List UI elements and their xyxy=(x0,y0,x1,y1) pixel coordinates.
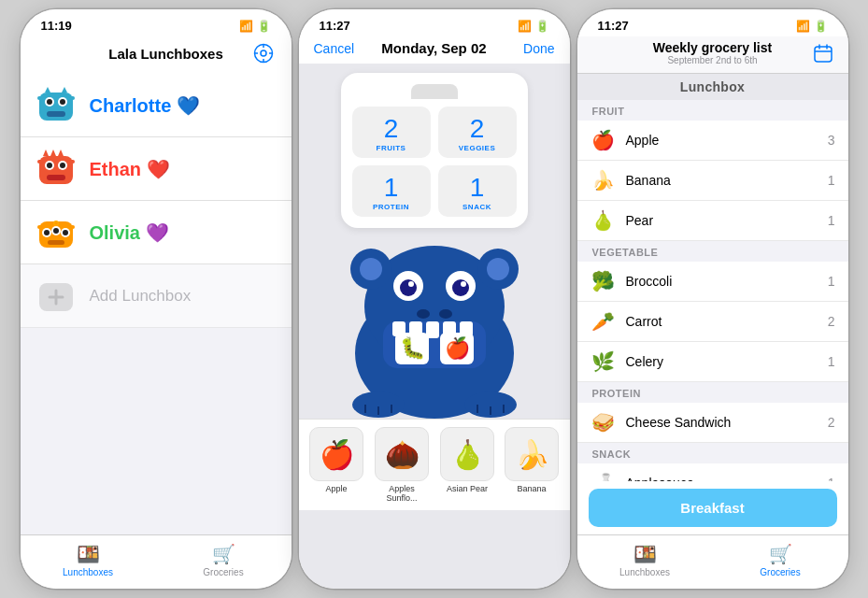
tab-groceries-label-3: Groceries xyxy=(760,567,800,577)
food-thumb-apple: 🍎 xyxy=(309,427,363,481)
svg-point-19 xyxy=(47,163,52,168)
svg-marker-15 xyxy=(62,87,67,93)
list-item-ethan[interactable]: Ethan ❤️ xyxy=(21,137,292,201)
food-item-asianpear[interactable]: 🍐 Asian Pear xyxy=(440,427,494,503)
svg-text:🐛: 🐛 xyxy=(399,335,425,361)
name-olivia: Olivia 💜 xyxy=(90,221,169,244)
food-item-sunflo[interactable]: 🌰 Apples Sunflo... xyxy=(374,427,430,503)
apple-count: 3 xyxy=(828,133,835,148)
carrot-count: 2 xyxy=(828,314,835,329)
food-item-apple[interactable]: 🍎 Apple xyxy=(309,427,363,503)
food-name-sunflo: Apples Sunflo... xyxy=(374,484,430,503)
svg-point-53 xyxy=(461,281,466,287)
lunchbox-section-header: Lunchbox xyxy=(577,74,848,100)
name-charlotte: Charlotte 💙 xyxy=(90,94,200,117)
food-thumb-banana: 🍌 xyxy=(505,427,559,481)
grocery-item-celery[interactable]: 🌿 Celery 1 xyxy=(577,342,848,382)
svg-rect-37 xyxy=(37,225,42,229)
cancel-button[interactable]: Cancel xyxy=(314,41,361,56)
svg-point-33 xyxy=(44,230,50,235)
grocery-item-cheese-sandwich[interactable]: 🥪 Cheese Sandwich 2 xyxy=(577,403,848,443)
add-lunchbox-button[interactable]: Add Lunchbox xyxy=(21,264,292,328)
svg-rect-21 xyxy=(47,175,65,180)
banana-icon: 🍌 xyxy=(591,169,617,192)
breakfast-button[interactable]: Breakfast xyxy=(589,489,837,527)
tab-groceries-label-1: Groceries xyxy=(203,567,243,577)
tab-lunchboxes-label-3: Lunchboxes xyxy=(619,567,670,577)
breakfast-label: Breakfast xyxy=(680,500,744,516)
banana-name: Banana xyxy=(626,173,818,188)
grocery-item-applesauce[interactable]: 🍶 Applesauce 1 xyxy=(577,463,848,481)
status-bar-3: 11:27 📶 🔋 xyxy=(577,9,848,36)
svg-marker-14 xyxy=(45,87,50,93)
grocery-item-apple[interactable]: 🍎 Apple 3 xyxy=(577,121,848,161)
food-name-apple: Apple xyxy=(325,484,347,493)
svg-point-52 xyxy=(408,281,414,287)
status-bar-2: 11:27 📶 🔋 xyxy=(299,9,570,36)
status-icons-1: 📶 🔋 xyxy=(239,20,271,33)
status-icons-2: 📶 🔋 xyxy=(518,20,549,33)
svg-point-9 xyxy=(47,99,52,105)
tab-lunchboxes-1[interactable]: 🍱 Lunchboxes xyxy=(21,543,156,577)
section-header-protein: PROTEIN xyxy=(577,382,848,403)
fruits-count: 2 xyxy=(384,116,399,142)
cell-fruits[interactable]: 2 FRUITS xyxy=(352,107,431,158)
calendar-icon-button[interactable] xyxy=(800,43,833,64)
cell-veggies[interactable]: 2 VEGGIES xyxy=(438,107,517,158)
status-bar-1: 11:19 📶 🔋 xyxy=(21,9,292,36)
svg-rect-12 xyxy=(37,96,43,100)
tab-groceries-1[interactable]: 🛒 Groceries xyxy=(156,543,292,577)
time-3: 11:27 xyxy=(598,19,629,33)
lunchbox-list: Charlotte 💙 xyxy=(21,74,292,534)
broccoli-icon: 🥦 xyxy=(591,270,617,292)
celery-icon: 🌿 xyxy=(591,350,617,373)
carrot-name: Carrot xyxy=(626,314,818,329)
time-1: 11:19 xyxy=(41,19,72,33)
grocery-item-banana[interactable]: 🍌 Banana 1 xyxy=(577,161,848,201)
pear-icon: 🍐 xyxy=(591,209,617,232)
snack-count: 1 xyxy=(470,175,485,201)
settings-icon-button[interactable] xyxy=(250,40,277,66)
svg-point-10 xyxy=(60,99,65,105)
date-label: Monday, Sep 02 xyxy=(361,40,508,56)
grocery-item-carrot[interactable]: 🥕 Carrot 2 xyxy=(577,302,848,342)
list-item-charlotte[interactable]: Charlotte 💙 xyxy=(21,74,292,137)
tab-lunchboxes-3[interactable]: 🍱 Lunchboxes xyxy=(577,543,713,577)
svg-point-35 xyxy=(63,230,68,235)
section-header-snack: SNACK xyxy=(577,443,848,463)
grocery-item-broccoli[interactable]: 🥦 Broccoli 1 xyxy=(577,262,848,302)
cell-snack[interactable]: 1 SNACK xyxy=(438,165,517,217)
pear-count: 1 xyxy=(828,213,835,228)
section-header-vegetable: VEGETABLE xyxy=(577,241,848,262)
list-item-olivia[interactable]: Olivia 💜 xyxy=(21,201,292,264)
celery-count: 1 xyxy=(828,354,835,369)
tab-bar-3: 🍱 Lunchboxes 🛒 Groceries xyxy=(577,534,848,589)
veggies-label: VEGGIES xyxy=(459,144,496,152)
applesauce-icon: 🍶 xyxy=(591,472,617,481)
broccoli-name: Broccoli xyxy=(626,274,818,289)
grocery-item-pear[interactable]: 🍐 Pear 1 xyxy=(577,201,848,241)
svg-point-51 xyxy=(452,279,469,296)
lunchbox-grid: 2 FRUITS 2 VEGGIES 1 PROTEIN 1 SNACK xyxy=(352,107,517,217)
food-item-banana[interactable]: 🍌 Banana xyxy=(505,427,559,503)
svg-rect-23 xyxy=(69,160,75,164)
done-button[interactable]: Done xyxy=(508,41,555,56)
banana-count: 1 xyxy=(828,173,835,188)
applesauce-name: Applesauce xyxy=(626,476,818,481)
lunchbox-handle xyxy=(411,84,458,99)
svg-marker-25 xyxy=(50,150,56,156)
veggies-count: 2 xyxy=(470,116,485,142)
grocery-list-body: FRUIT 🍎 Apple 3 🍌 Banana 1 🍐 Pear 1 VEGE… xyxy=(577,100,848,481)
svg-rect-38 xyxy=(70,225,75,229)
broccoli-count: 1 xyxy=(828,274,835,289)
tab-groceries-3[interactable]: 🛒 Groceries xyxy=(713,543,848,577)
time-2: 11:27 xyxy=(320,19,350,33)
protein-label: PROTEIN xyxy=(373,203,409,211)
cell-protein[interactable]: 1 PROTEIN xyxy=(352,165,431,217)
section-header-fruit: FRUIT xyxy=(577,100,848,121)
phone-screen-1: 11:19 📶 🔋 Lala Lunchboxes xyxy=(21,9,292,589)
pear-name: Pear xyxy=(626,213,818,228)
fruits-label: FRUITS xyxy=(377,144,406,152)
snack-label: SNACK xyxy=(462,203,491,211)
apple-icon: 🍎 xyxy=(591,129,617,151)
